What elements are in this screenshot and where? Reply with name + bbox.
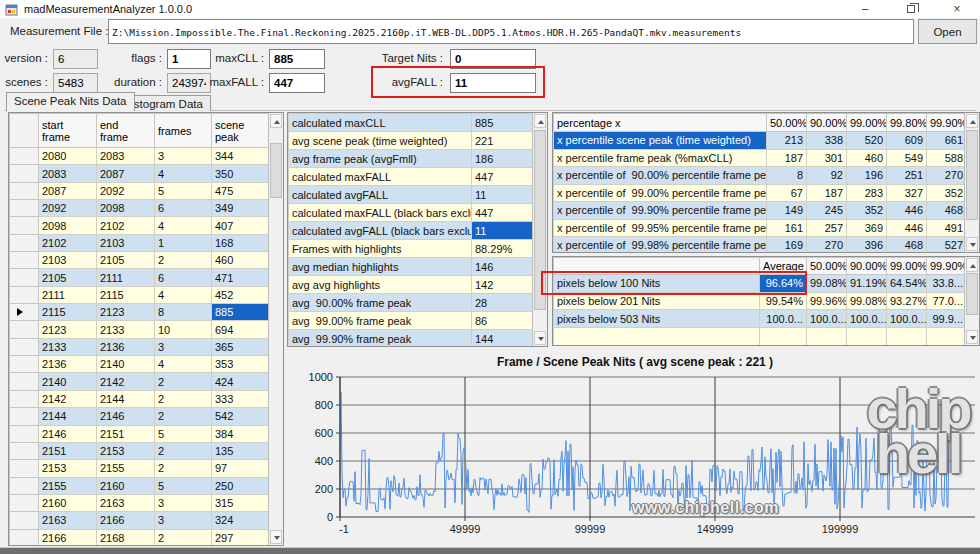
percentile-value-cell[interactable]: 446 [887,202,927,220]
cell[interactable]: 2098 [97,200,155,217]
cell[interactable]: 2163 [97,494,155,511]
pixels-value-cell[interactable]: 100.0... [760,310,807,328]
row-header-cell[interactable] [10,286,39,303]
percentile-name-cell[interactable]: x percentile of 99.95% percentile frame … [554,219,767,237]
cell[interactable]: 2153 [39,460,97,477]
cell[interactable]: 542 [212,408,270,425]
row-header-cell[interactable] [10,425,39,442]
column-header[interactable] [554,258,760,275]
metric-value-cell[interactable]: 142 [472,276,534,294]
percentile-value-cell[interactable]: 352 [847,202,887,220]
cell[interactable]: 344 [212,148,270,165]
percentile-value-cell[interactable]: 491 [927,219,967,237]
percentile-value-cell[interactable]: 527 [927,237,967,254]
row-header-cell[interactable] [10,165,39,182]
row-header-cell[interactable] [10,182,39,199]
cell[interactable]: 2103 [39,252,97,269]
cell[interactable]: 452 [212,286,270,303]
scrollbar-thumb[interactable] [270,143,282,198]
row-header-cell[interactable] [10,460,39,477]
column-header[interactable]: percentage x [554,114,767,132]
tab-scene-peak-nits-data[interactable]: Scene Peak Nits Data [6,92,135,111]
metric-name-cell[interactable]: calculated avgFALL [289,186,472,204]
cell[interactable]: 2115 [39,304,97,321]
metric-name-cell[interactable]: avg 99.90% frame peak [289,330,472,348]
cell[interactable]: 2133 [39,338,97,355]
cell[interactable]: 2155 [97,460,155,477]
metric-name-cell[interactable]: calculated maxFALL (black bars excluded) [289,204,472,222]
cell[interactable]: 384 [212,425,270,442]
column-header[interactable]: Average [760,258,807,275]
cell[interactable]: 5 [155,182,212,199]
cell[interactable]: 2111 [97,269,155,286]
percentile-value-cell[interactable]: 270 [807,237,847,254]
column-header[interactable]: 50.00% [767,114,807,132]
cell[interactable]: 2 [155,460,212,477]
cell[interactable]: 3 [155,512,212,529]
percentile-value-cell[interactable]: 520 [847,132,887,150]
row-header-cell[interactable] [10,252,39,269]
cell[interactable]: 4 [155,165,212,182]
metric-value-cell[interactable]: 146 [472,258,534,276]
metric-value-cell[interactable]: 28 [472,294,534,312]
cell[interactable]: 4 [155,356,212,373]
metric-value-cell[interactable]: 447 [472,168,534,186]
cell[interactable]: 2105 [97,252,155,269]
row-header-cell[interactable] [10,234,39,251]
metric-value-cell[interactable]: 88.29% [472,240,534,258]
cell[interactable]: 297 [212,529,270,546]
column-header[interactable]: frames [155,114,212,148]
cell[interactable]: 2151 [97,425,155,442]
metric-name-cell[interactable]: Frames with highlights [289,240,472,258]
column-header[interactable]: 50.00% [807,258,847,275]
metric-value-cell[interactable]: 86 [472,312,534,330]
cell[interactable]: 885 [212,304,270,321]
scroll-down-icon[interactable] [966,237,978,251]
percentile-value-cell[interactable]: 283 [847,184,887,202]
cell[interactable]: 2080 [39,148,97,165]
percentile-value-cell[interactable]: 187 [807,184,847,202]
cell[interactable]: 2160 [97,477,155,494]
pixels-value-cell[interactable]: 93.27% [887,292,927,310]
percentile-value-cell[interactable]: 468 [927,202,967,220]
cell[interactable]: 2123 [39,321,97,338]
percentile-name-cell[interactable]: x percentile scene peak (time weighted) [554,132,767,150]
pixels-name-cell[interactable]: pixels below 503 Nits [554,310,760,328]
row-header-cell[interactable] [10,408,39,425]
percentile-value-cell[interactable]: 187 [767,149,807,167]
row-header-cell[interactable] [10,477,39,494]
row-header-cell[interactable] [10,529,39,546]
percentile-value-cell[interactable]: 169 [767,237,807,254]
duration-field[interactable] [167,73,211,93]
scrollbar-thumb[interactable] [966,273,978,315]
row-header-cell[interactable] [10,148,39,165]
cell[interactable]: 250 [212,477,270,494]
percentile-value-cell[interactable]: 92 [807,167,847,185]
metric-name-cell[interactable]: avg 99.00% frame peak [289,312,472,330]
cell[interactable]: 2115 [97,286,155,303]
metric-name-cell[interactable]: avg scene peak (time weighted) [289,132,472,150]
percentile-value-cell[interactable]: 588 [927,149,967,167]
version-field[interactable] [53,49,98,69]
cell[interactable]: 2087 [39,182,97,199]
percentile-value-cell[interactable]: 270 [927,167,967,185]
metric-value-cell[interactable]: 144 [472,330,534,348]
percentile-value-cell[interactable]: 352 [927,184,967,202]
cell[interactable]: 10 [155,321,212,338]
metric-value-cell[interactable]: 11 [472,222,534,240]
cell[interactable]: 694 [212,321,270,338]
cell[interactable]: 3 [155,338,212,355]
column-header[interactable]: 90.00% [847,258,887,275]
cell[interactable]: 2151 [39,442,97,459]
percentile-value-cell[interactable]: 549 [887,149,927,167]
current-row-header[interactable] [10,304,39,321]
cell[interactable]: 424 [212,373,270,390]
pixels-value-cell[interactable]: 99.9... [927,310,967,328]
scroll-up-icon[interactable] [534,114,546,128]
row-header-cell[interactable] [10,442,39,459]
avgfall-field[interactable] [450,73,536,93]
metric-value-cell[interactable]: 186 [472,150,534,168]
cell[interactable]: 2133 [97,321,155,338]
metric-name-cell[interactable]: calculated avgFALL (black bars excluded) [289,222,472,240]
cell[interactable]: 2 [155,252,212,269]
